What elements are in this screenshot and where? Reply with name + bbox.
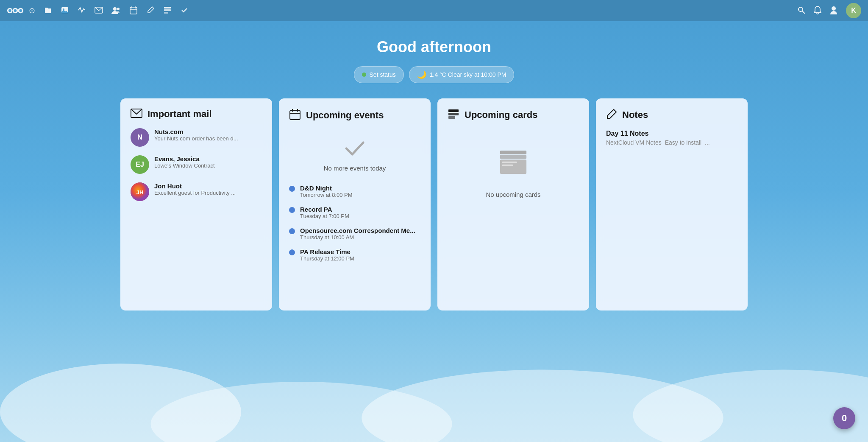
event-time: Thursday at 12:00 PM [300, 255, 354, 262]
nav-icon-files[interactable] [44, 6, 52, 16]
mail-card-header: Important mail [131, 109, 262, 120]
mail-preview: Your Nuts.com order has been d... [154, 135, 262, 142]
mail-info-ej: Evans, Jessica Lowe's Window Contract [154, 155, 262, 169]
mail-avatar-nuts: N [131, 128, 149, 147]
svg-line-19 [802, 11, 805, 14]
svg-point-10 [117, 8, 120, 10]
event-details: PA Release Time Thursday at 12:00 PM [300, 248, 354, 262]
status-bar: Set status 🌙 1.4 °C Clear sky at 10:00 P… [8, 66, 860, 83]
mail-list: N Nuts.com Your Nuts.com order has been … [131, 128, 262, 201]
svg-rect-30 [448, 116, 455, 119]
mail-card-icon [131, 109, 142, 120]
note-item[interactable]: Day 11 Notes NextCloud VM Notes Easy to … [606, 130, 737, 146]
no-events-section: No more events today [289, 131, 420, 185]
nav-icon-tasks[interactable] [180, 6, 189, 16]
nav-icon-calendar[interactable] [129, 6, 138, 16]
event-item[interactable]: Record PA Tuesday at 7:00 PM [289, 206, 420, 219]
svg-rect-16 [164, 9, 171, 11]
important-mail-card: Important mail N Nuts.com Your Nuts.com … [120, 98, 272, 311]
events-card-icon [289, 109, 301, 122]
mail-avatar-jon: JH [131, 182, 149, 201]
event-name: PA Release Time [300, 248, 354, 255]
mail-item[interactable]: EJ Evans, Jessica Lowe's Window Contract [131, 155, 262, 174]
mail-item[interactable]: N Nuts.com Your Nuts.com order has been … [131, 128, 262, 147]
events-list: D&D Night Tomorrow at 8:00 PM Record PA … [289, 185, 420, 262]
event-item[interactable]: PA Release Time Thursday at 12:00 PM [289, 248, 420, 262]
note-title: Day 11 Notes [606, 130, 737, 137]
notes-card-title: Notes [622, 109, 648, 120]
event-name: Record PA [300, 206, 349, 213]
nav-icon-activity[interactable] [78, 6, 86, 16]
svg-rect-28 [448, 109, 459, 112]
no-events-text: No more events today [324, 165, 386, 172]
weather-label: 1.4 °C Clear sky at 10:00 PM [430, 71, 506, 78]
nav-icon-contacts[interactable] [111, 6, 121, 15]
event-item[interactable]: Opensource.com Correspondent Me... Thurs… [289, 227, 420, 241]
set-status-label: Set status [370, 71, 396, 78]
no-cards-text: No upcoming cards [486, 191, 540, 198]
mail-card-title: Important mail [147, 109, 212, 120]
stack-icon [496, 147, 530, 182]
no-cards-section: No upcoming cards [448, 130, 579, 215]
weather-icon: 🌙 [417, 70, 426, 79]
checkmark-icon [344, 139, 366, 161]
event-details: D&D Night Tomorrow at 8:00 PM [300, 185, 353, 198]
nav-icons: ⊙ [29, 6, 798, 16]
event-dot [289, 228, 295, 234]
note-preview-part2: Easy to install [665, 139, 701, 146]
nextcloud-logo[interactable] [7, 5, 24, 16]
cards-card-title: Upcoming cards [465, 109, 537, 120]
notifications-icon[interactable] [814, 6, 821, 16]
nav-icon-deck[interactable] [163, 6, 172, 16]
mail-preview: Excellent guest for Productivity ... [154, 190, 262, 196]
search-icon[interactable] [798, 6, 805, 15]
svg-point-5 [19, 9, 22, 12]
event-dot [289, 186, 295, 192]
mail-item[interactable]: JH Jon Huot Excellent guest for Producti… [131, 182, 262, 201]
user-avatar[interactable]: K [846, 3, 861, 18]
svg-rect-34 [502, 162, 517, 163]
weather-button[interactable]: 🌙 1.4 °C Clear sky at 10:00 PM [409, 66, 515, 83]
float-button[interactable]: 0 [833, 407, 855, 429]
event-details: Record PA Tuesday at 7:00 PM [300, 206, 349, 219]
event-name: D&D Night [300, 185, 353, 192]
mail-sender: Nuts.com [154, 128, 262, 135]
svg-rect-31 [500, 151, 526, 154]
event-time: Thursday at 10:00 AM [300, 234, 415, 241]
status-dot [362, 73, 366, 77]
event-time: Tuesday at 7:00 PM [300, 213, 349, 219]
event-item[interactable]: D&D Night Tomorrow at 8:00 PM [289, 185, 420, 198]
nav-icon-photos[interactable] [61, 6, 69, 16]
svg-rect-15 [164, 7, 171, 8]
nav-right: K [798, 3, 861, 18]
nav-icon-mail[interactable] [95, 7, 103, 15]
mail-preview: Lowe's Window Contract [154, 162, 262, 169]
svg-rect-35 [502, 165, 513, 166]
svg-point-9 [113, 7, 117, 11]
svg-point-4 [14, 9, 17, 12]
event-dot [289, 249, 295, 255]
svg-rect-17 [164, 12, 168, 14]
deck-card-icon [448, 109, 459, 121]
upcoming-cards-card: Upcoming cards No upcoming cards [437, 98, 589, 311]
mail-avatar-ej: EJ [131, 155, 149, 174]
notes-card-icon [606, 109, 617, 121]
cards-grid: Important mail N Nuts.com Your Nuts.com … [120, 98, 748, 311]
events-card-title: Upcoming events [306, 110, 384, 121]
svg-rect-24 [290, 110, 300, 120]
note-preview-part1: NextCloud VM Notes [606, 139, 662, 146]
notes-list: Day 11 Notes NextCloud VM Notes Easy to … [606, 130, 737, 146]
user-icon[interactable] [830, 6, 837, 16]
svg-rect-11 [130, 7, 137, 14]
event-dot [289, 207, 295, 213]
nav-icon-home[interactable]: ⊙ [29, 7, 35, 14]
svg-rect-29 [448, 113, 459, 115]
set-status-button[interactable]: Set status [354, 66, 404, 83]
svg-point-18 [798, 7, 803, 11]
svg-rect-32 [500, 155, 526, 159]
nav-icon-notes[interactable] [146, 6, 155, 16]
svg-text:JH: JH [136, 189, 144, 196]
note-preview-ellipsis: ... [705, 139, 710, 146]
top-navigation: ⊙ [0, 0, 868, 21]
event-time: Tomorrow at 8:00 PM [300, 192, 353, 198]
